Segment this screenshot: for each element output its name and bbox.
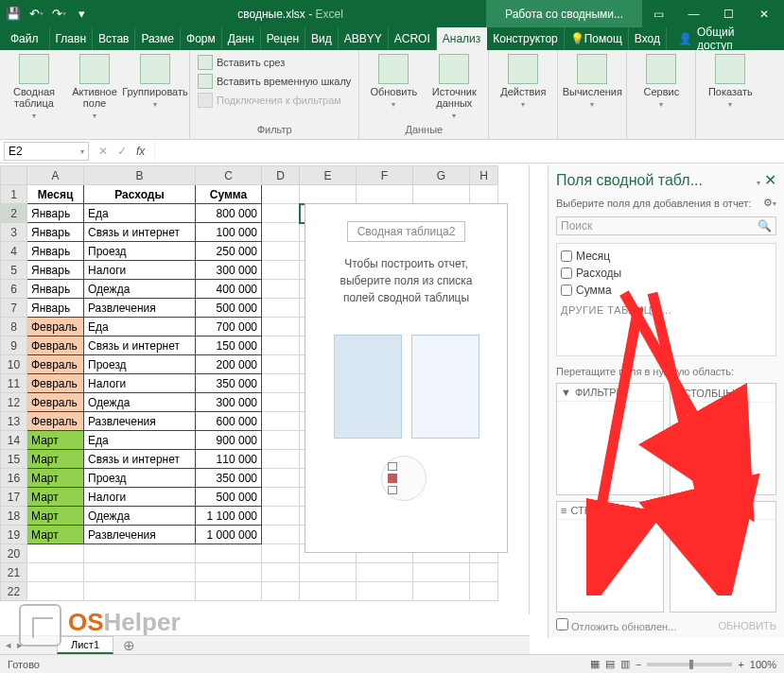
defer-update-checkbox[interactable]: Отложить обновлен... [556, 618, 676, 632]
cell-expense[interactable]: Развлечения [84, 299, 196, 318]
cell-month[interactable]: Февраль [27, 355, 84, 374]
group-button[interactable]: Группировать▾ [127, 54, 183, 122]
close-button[interactable]: ✕ [747, 0, 780, 27]
field-expense[interactable]: Расходы [561, 265, 772, 282]
pane-dropdown-icon[interactable]: ▾ [757, 179, 760, 187]
actions-button[interactable]: Действия▾ [495, 54, 551, 111]
tab-acrobat[interactable]: ACROI [389, 27, 437, 50]
view-page-icon[interactable]: ▤ [605, 658, 615, 670]
cell-month[interactable]: Март [27, 450, 84, 469]
view-break-icon[interactable]: ▥ [620, 658, 630, 670]
sign-in[interactable]: Вход [629, 27, 667, 50]
calculations-button[interactable]: Вычисления▾ [564, 54, 620, 111]
cell-sum[interactable]: 500 000 [196, 488, 262, 507]
tab-insert[interactable]: Встав [93, 27, 135, 50]
cell-expense[interactable]: Проезд [84, 242, 196, 261]
refresh-button[interactable]: Обновить▾ [365, 54, 422, 122]
filters-zone[interactable]: ▼ ФИЛЬТРЫ [556, 383, 664, 495]
cell-month[interactable]: Март [27, 469, 84, 488]
cell-sum[interactable]: 250 000 [196, 242, 262, 261]
row-header-7[interactable]: 7 [1, 299, 27, 318]
cell-expense[interactable]: Еда [84, 204, 196, 223]
cell-expense[interactable]: Связь и интернет [84, 223, 196, 242]
tab-review[interactable]: Рецен [261, 27, 305, 50]
zoom-level[interactable]: 100% [750, 659, 776, 670]
col-header-F[interactable]: F [357, 166, 413, 185]
cell-sum[interactable]: 150 000 [196, 336, 262, 355]
view-normal-icon[interactable]: ▦ [590, 658, 600, 670]
header-expense[interactable]: Расходы [84, 185, 196, 204]
redo-icon[interactable]: ↷▾ [51, 7, 66, 22]
cell-month[interactable]: Февраль [27, 374, 84, 393]
row-header-17[interactable]: 17 [1, 488, 27, 507]
cell-sum[interactable]: 1 000 000 [196, 526, 262, 544]
tab-view[interactable]: Вид [305, 27, 339, 50]
cell-sum[interactable]: 1 100 000 [196, 507, 262, 526]
share-button[interactable]: 👤 Общий доступ [667, 27, 784, 50]
row-header-16[interactable]: 16 [1, 469, 27, 488]
cell-month[interactable]: Январь [27, 223, 84, 242]
data-source-button[interactable]: Источник данных▾ [426, 54, 482, 122]
row-header-9[interactable]: 9 [1, 336, 27, 355]
row-header-21[interactable]: 21 [1, 563, 27, 582]
cell-sum[interactable]: 350 000 [196, 469, 262, 488]
gear-icon[interactable]: ⚙▾ [763, 197, 776, 209]
cell-month[interactable]: Февраль [27, 318, 84, 336]
header-month[interactable]: Месяц [27, 185, 84, 204]
formula-input[interactable] [154, 142, 784, 161]
cell-sum[interactable]: 300 000 [196, 261, 262, 280]
save-icon[interactable]: 💾 [6, 7, 21, 22]
cell-sum[interactable]: 100 000 [196, 223, 262, 242]
new-sheet-button[interactable]: ⊕ [117, 637, 141, 654]
cell-expense[interactable]: Развлечения [84, 526, 196, 544]
row-header-5[interactable]: 5 [1, 261, 27, 280]
field-search[interactable]: Поиск 🔍 [556, 216, 776, 235]
cell-month[interactable]: Январь [27, 242, 84, 261]
tab-formulas[interactable]: Форм [181, 27, 222, 50]
insert-slicer-button[interactable]: Вставить срез [196, 54, 353, 71]
row-header-13[interactable]: 13 [1, 412, 27, 431]
cell-month[interactable]: Февраль [27, 336, 84, 355]
cell-month[interactable]: Март [27, 507, 84, 526]
row-header-10[interactable]: 10 [1, 355, 27, 374]
cell-expense[interactable]: Налоги [84, 374, 196, 393]
cell-month[interactable]: Февраль [27, 393, 84, 412]
cell-sum[interactable]: 110 000 [196, 450, 262, 469]
minimize-button[interactable]: — [677, 0, 710, 27]
tell-me[interactable]: 💡 Помощ [565, 27, 629, 50]
cell-month[interactable]: Январь [27, 261, 84, 280]
row-header-4[interactable]: 4 [1, 242, 27, 261]
cell-expense[interactable]: Одежда [84, 507, 196, 526]
insert-timeline-button[interactable]: Вставить временную шкалу [196, 73, 353, 90]
cell-expense[interactable]: Проезд [84, 355, 196, 374]
cell-expense[interactable]: Еда [84, 318, 196, 336]
col-header-A[interactable]: A [27, 166, 84, 185]
row-header-6[interactable]: 6 [1, 280, 27, 299]
fx-icon[interactable]: fx [136, 145, 145, 158]
cell-expense[interactable]: Связь и интернет [84, 450, 196, 469]
show-button[interactable]: Показать▾ [702, 54, 758, 111]
cell-sum[interactable]: 600 000 [196, 412, 262, 431]
undo-icon[interactable]: ↶▾ [28, 7, 44, 22]
col-header-D[interactable]: D [262, 166, 300, 185]
cell-sum[interactable]: 700 000 [196, 318, 262, 336]
cell-expense[interactable]: Связь и интернет [84, 336, 196, 355]
zoom-in-button[interactable]: + [738, 659, 743, 670]
row-header-20[interactable]: 20 [1, 544, 27, 563]
zoom-slider[interactable] [647, 663, 732, 666]
tools-button[interactable]: Сервис▾ [633, 54, 689, 111]
maximize-button[interactable]: ☐ [712, 0, 745, 27]
tab-design[interactable]: Конструктор [487, 27, 564, 50]
row-header-3[interactable]: 3 [1, 223, 27, 242]
active-field-button[interactable]: Активное поле▾ [66, 54, 123, 122]
col-header-C[interactable]: C [196, 166, 262, 185]
header-sum[interactable]: Сумма [196, 185, 262, 204]
tab-analyze[interactable]: Анализ [437, 27, 488, 50]
cell-expense[interactable]: Одежда [84, 280, 196, 299]
values-zone[interactable]: Σ ЗНАЧЕНИЯ [670, 501, 777, 613]
tab-data[interactable]: Данн [222, 27, 261, 50]
other-tables-link[interactable]: ДРУГИЕ ТАБЛИЦЫ... [561, 299, 772, 316]
cell-month[interactable]: Январь [27, 299, 84, 318]
row-header-18[interactable]: 18 [1, 507, 27, 526]
cell-sum[interactable]: 800 000 [196, 204, 262, 223]
